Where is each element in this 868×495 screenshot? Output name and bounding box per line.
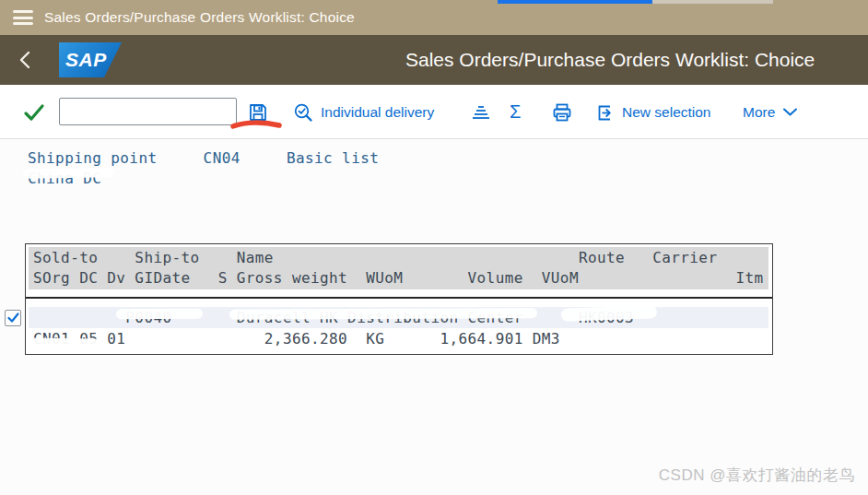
new-selection-label: New selection (622, 104, 711, 121)
checkbox-check-icon (7, 312, 19, 324)
header-separator (26, 297, 772, 299)
command-combobox[interactable] (59, 98, 237, 125)
table-row[interactable]: CN01 05 01 2,366.280 KG 1,664.901 DM3 (29, 328, 768, 349)
more-menu-button[interactable]: More (743, 85, 798, 139)
statusbar-title: Sales Orders/Purchase Orders Worklist: C… (44, 0, 355, 35)
loading-bar-segment (498, 0, 652, 4)
sum-button[interactable]: Σ (510, 85, 521, 139)
individual-delivery-label: Individual delivery (321, 104, 434, 121)
new-selection-icon (594, 102, 615, 123)
status-bar: Sales Orders/Purchase Orders Worklist: C… (0, 0, 868, 35)
redaction-blob (116, 309, 203, 320)
printer-icon (551, 101, 573, 124)
chevron-down-icon (782, 107, 798, 117)
redaction-blob (23, 168, 114, 179)
sort-ascending-button[interactable] (470, 85, 492, 139)
print-button[interactable] (551, 85, 573, 139)
command-input[interactable] (60, 99, 238, 124)
sort-icon (470, 103, 492, 122)
sap-logo: SAP (59, 42, 122, 77)
sap-window: Sales Orders/Purchase Orders Worklist: C… (0, 0, 868, 495)
app-header: SAP Sales Orders/Purchase Orders Worklis… (0, 35, 868, 85)
header-line-1: Sold-to Ship-to Name Route Carrier (33, 249, 717, 266)
table-header: Sold-to Ship-to Name Route CarrierSOrg D… (29, 247, 768, 289)
save-button[interactable] (247, 85, 269, 139)
individual-delivery-button[interactable]: Individual delivery (293, 85, 434, 139)
table-header-lines: Sold-to Ship-to Name Route CarrierSOrg D… (33, 248, 764, 288)
redaction-blob (27, 337, 100, 348)
new-selection-button[interactable]: New selection (594, 85, 711, 139)
toolbar: Individual delivery Σ (0, 85, 868, 139)
sigma-icon: Σ (510, 101, 521, 123)
csdn-watermark: CSDN @喜欢打酱油的老鸟 (659, 465, 855, 486)
row-select-checkbox[interactable] (5, 310, 21, 326)
save-icon (247, 101, 269, 124)
shipping-point-line: Shipping point CN04 Basic list (28, 149, 379, 167)
confirm-check-icon[interactable] (22, 85, 46, 139)
search-check-icon (293, 102, 313, 123)
loading-bar-track (652, 0, 773, 4)
row-line-2: CN01 05 01 2,366.280 KG 1,664.901 DM3 (29, 330, 560, 348)
page-title: Sales Orders/Purchase Orders Worklist: C… (405, 35, 815, 85)
hamburger-menu-icon[interactable] (13, 10, 33, 26)
more-label: More (743, 104, 775, 121)
worklist-table: Sold-to Ship-to Name Route CarrierSOrg D… (25, 243, 773, 355)
back-button[interactable] (17, 50, 35, 70)
sap-logo-text: SAP (59, 49, 107, 71)
redaction-blob (229, 308, 537, 320)
header-line-2: SOrg DC Dv GIDate S Gross weight WUoM Vo… (33, 269, 764, 287)
